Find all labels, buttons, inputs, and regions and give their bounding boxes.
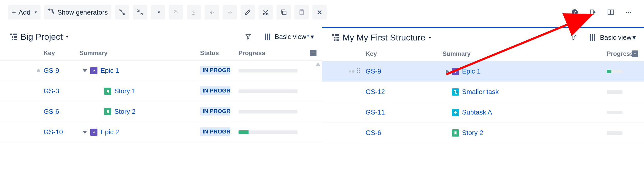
wand-icon	[48, 8, 55, 17]
col-key[interactable]: Key	[44, 49, 80, 57]
view-selector[interactable]: Basic view* ▾	[275, 33, 314, 41]
table-row[interactable]: GS-6 Story 2	[322, 123, 644, 143]
delete-icon[interactable]	[312, 5, 327, 19]
view-selector[interactable]: Basic view ▾	[600, 34, 636, 42]
drag-handle-icon[interactable]	[357, 68, 362, 75]
summary-text[interactable]: Epic 2	[101, 128, 119, 136]
panel-title: Big Project	[21, 32, 63, 42]
chevron-down-icon: ▾	[311, 33, 314, 41]
paste-icon[interactable]	[294, 5, 309, 19]
rows-container: GS-9 Epic 1 IN PROGRESS GS-3 Story 1 IN …	[0, 60, 322, 176]
issue-key[interactable]: GS-12	[366, 88, 443, 96]
more-menu-icon[interactable]	[621, 5, 636, 19]
progress-bar	[607, 111, 623, 114]
summary-text[interactable]: Epic 1	[101, 67, 119, 75]
copy-icon[interactable]	[276, 5, 291, 19]
columns-icon[interactable]	[590, 34, 595, 41]
table-row[interactable]: GS-11 Subtask A	[322, 102, 644, 123]
toolbar: + Add ▾ Show generators ▾	[0, 0, 644, 27]
progress-bar	[239, 69, 298, 73]
col-progress[interactable]: Progress	[239, 49, 309, 57]
story-icon	[452, 129, 459, 137]
chevron-down-icon: ▾	[429, 36, 431, 40]
summary-text[interactable]: Story 2	[462, 129, 483, 137]
generators-label: Show generators	[57, 8, 108, 16]
collapse-diag-icon[interactable]	[133, 5, 147, 19]
bullet-icon	[37, 69, 40, 72]
add-column-icon[interactable]: +	[310, 50, 316, 56]
svg-text:?: ?	[573, 10, 576, 15]
issue-key[interactable]: GS-3	[44, 87, 80, 95]
status-badge[interactable]: IN PROGRESS	[200, 107, 230, 116]
issue-key[interactable]: GS-11	[366, 108, 443, 116]
filter-icon[interactable]	[570, 34, 577, 42]
table-row[interactable]: GS-9 Epic 1	[322, 61, 644, 82]
expander-closed-icon[interactable]	[446, 69, 449, 74]
svg-rect-2	[283, 11, 286, 15]
issue-key[interactable]: GS-9	[44, 67, 80, 75]
edit-icon[interactable]	[241, 5, 255, 19]
move-up-icon[interactable]	[169, 5, 183, 19]
show-generators-button[interactable]: Show generators	[44, 5, 112, 19]
story-icon	[104, 88, 111, 95]
split-panels-icon[interactable]	[603, 5, 618, 19]
chevron-down-icon: ▾	[35, 9, 37, 15]
table-row[interactable]: GS-3 Story 1 IN PROGRESS	[0, 81, 322, 101]
status-badge[interactable]: IN PROGRESS	[200, 86, 230, 95]
col-summary[interactable]: Summary	[80, 49, 200, 57]
col-progress[interactable]: Progress	[607, 50, 634, 57]
move-right-icon[interactable]	[223, 5, 237, 19]
issue-key[interactable]: GS-10	[44, 128, 80, 136]
help-icon[interactable]: ?	[568, 5, 582, 19]
col-key[interactable]: Key	[366, 50, 443, 57]
table-row[interactable]: GS-10 Epic 2 IN PROGRESS	[0, 122, 322, 142]
svg-rect-8	[611, 10, 613, 15]
table-row[interactable]: GS-12 Smaller task	[322, 82, 644, 102]
selection-indicator	[349, 70, 354, 73]
issue-key[interactable]: GS-9	[366, 67, 443, 75]
table-row[interactable]: GS-9 Epic 1 IN PROGRESS	[0, 60, 322, 81]
left-panel: Big Project ▾ Basic view* ▾ Key Summary …	[0, 27, 322, 176]
cut-icon[interactable]	[259, 5, 273, 19]
svg-rect-13	[455, 92, 457, 94]
col-status[interactable]: Status	[200, 49, 239, 57]
scroll-up-icon[interactable]	[315, 63, 321, 66]
expand-diag-icon[interactable]	[115, 5, 129, 19]
issue-key[interactable]: GS-6	[366, 129, 443, 137]
structure-icon	[10, 34, 17, 40]
progress-bar	[607, 131, 623, 135]
expander-open-icon[interactable]	[83, 69, 87, 72]
expander-open-icon[interactable]	[83, 131, 87, 134]
svg-point-10	[628, 12, 629, 13]
add-column-icon[interactable]: +	[632, 50, 638, 57]
status-badge[interactable]: IN PROGRESS	[200, 66, 230, 75]
summary-text[interactable]: Subtask A	[462, 108, 492, 116]
columns-icon[interactable]	[265, 34, 270, 40]
right-panel: My My First Structure ▾ Basic view ▾ Key…	[322, 27, 644, 176]
issue-key[interactable]: GS-6	[44, 108, 80, 116]
col-summary[interactable]: Summary	[443, 50, 607, 57]
summary-text[interactable]: Smaller task	[462, 88, 499, 96]
subtask-icon	[452, 109, 459, 116]
progress-bar	[239, 130, 298, 134]
status-badge[interactable]: IN PROGRESS	[200, 127, 230, 136]
summary-text[interactable]: Epic 1	[462, 67, 481, 75]
progress-bar	[239, 89, 298, 93]
summary-text[interactable]: Story 2	[114, 108, 135, 116]
table-row[interactable]: GS-6 Story 2 IN PROGRESS	[0, 101, 322, 122]
add-label: Add	[18, 8, 30, 16]
structure-selector[interactable]: My My First Structure ▾	[332, 33, 431, 43]
chevron-down-icon: ▾	[66, 35, 68, 39]
export-icon[interactable]	[586, 5, 600, 19]
structure-selector[interactable]: Big Project ▾	[10, 32, 68, 42]
progress-bar	[607, 90, 623, 94]
table-header: Key Summary Progress +	[322, 49, 644, 61]
add-button[interactable]: + Add ▾	[8, 5, 41, 19]
move-left-icon[interactable]	[205, 5, 219, 19]
summary-text[interactable]: Story 1	[114, 87, 135, 95]
epic-icon	[90, 67, 97, 74]
svg-point-9	[626, 12, 628, 13]
filter-icon[interactable]	[245, 33, 252, 41]
move-down-icon[interactable]	[187, 5, 201, 19]
more-diag-dropdown[interactable]: ▾	[151, 5, 165, 19]
